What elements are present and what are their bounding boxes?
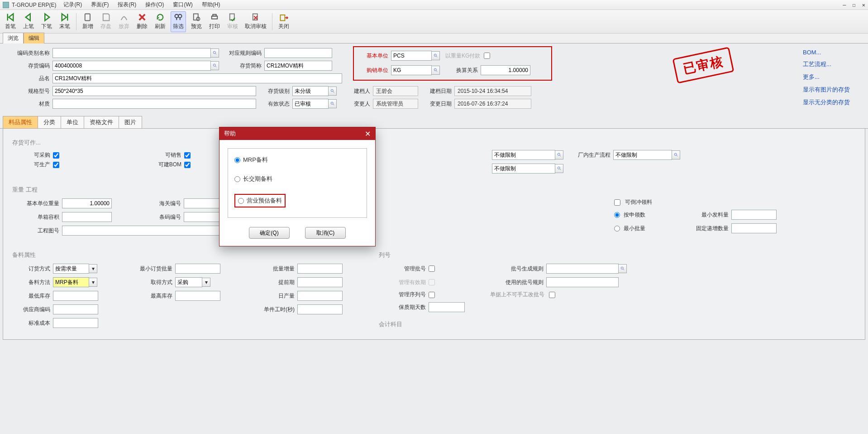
input-max-stock[interactable]	[175, 291, 220, 301]
select-factory-flow[interactable]	[613, 150, 672, 160]
checkbox-can-sell[interactable]	[184, 152, 191, 159]
dialog-close-icon[interactable]: ✕	[365, 130, 371, 138]
tb-first[interactable]: 首笔	[3, 11, 18, 32]
main-scroll-area[interactable]: 编码类别名称 对应规则编码 存货编码 存货简称 品名 规格型号	[0, 43, 868, 434]
tb-preview[interactable]: 预览	[189, 11, 204, 32]
link-show-no-category[interactable]: 显示无分类的存货	[803, 98, 850, 106]
tab-category[interactable]: 分类	[38, 116, 61, 128]
input-code-class[interactable]	[52, 48, 211, 58]
lookup-icon[interactable]	[432, 66, 440, 75]
select-acquire[interactable]	[175, 277, 202, 287]
select-limit-2[interactable]	[492, 164, 555, 174]
tb-print[interactable]: 打印	[207, 11, 222, 32]
tb-audit[interactable]: 审核	[225, 11, 240, 32]
tab-browse[interactable]: 浏览	[3, 33, 24, 43]
tab-unit[interactable]: 单位	[61, 116, 84, 128]
tb-unaudit[interactable]: 取消审核	[243, 11, 268, 32]
tb-delete[interactable]: 删除	[134, 11, 150, 32]
menu-report[interactable]: 报表(R)	[116, 0, 138, 10]
link-bom[interactable]: BOM...	[803, 49, 850, 56]
lookup-icon[interactable]	[432, 51, 440, 60]
select-stock-method[interactable]	[53, 277, 89, 287]
checkbox-reverse-pick[interactable]	[614, 199, 620, 206]
radio-by-request[interactable]	[614, 212, 620, 218]
tb-close[interactable]: 关闭	[276, 11, 291, 32]
input-supplier[interactable]	[53, 304, 98, 314]
input-material[interactable]	[52, 99, 256, 109]
tb-save[interactable]: 存盘	[98, 11, 114, 32]
dialog-cancel-button[interactable]: 取消(C)	[305, 227, 346, 239]
input-batch-inc[interactable]	[297, 264, 343, 274]
checkbox-can-bom[interactable]	[184, 162, 191, 168]
menu-help[interactable]: 帮助(H)	[200, 0, 222, 10]
input-lead-time[interactable]	[297, 277, 343, 287]
link-show-with-image[interactable]: 显示有图片的存货	[803, 86, 850, 94]
tb-refresh[interactable]: 刷新	[153, 11, 168, 32]
checkbox-manage-lot[interactable]	[429, 265, 435, 272]
checkbox-can-produce[interactable]	[53, 162, 59, 168]
tb-new[interactable]: 新增	[80, 11, 95, 32]
checkbox-can-purchase[interactable]	[53, 152, 59, 159]
input-name[interactable]	[52, 73, 342, 83]
select-limit-1[interactable]	[492, 150, 555, 160]
input-unit-time[interactable]	[297, 304, 343, 314]
input-stock-code[interactable]	[52, 61, 211, 71]
menu-ui[interactable]: 界面(F)	[89, 0, 110, 10]
tab-edit[interactable]: 编辑	[24, 33, 44, 43]
tb-filter[interactable]: 筛选	[171, 11, 186, 32]
lookup-icon[interactable]	[555, 164, 563, 173]
input-min-issue[interactable]	[731, 210, 777, 220]
link-process[interactable]: 工艺流程...	[803, 60, 850, 68]
window-close-icon[interactable]: ✕	[862, 2, 865, 8]
input-used-lot-rule[interactable]	[546, 277, 619, 287]
select-stock-level[interactable]	[292, 86, 329, 96]
radio-min-batch[interactable]	[614, 226, 620, 231]
input-base-unit[interactable]	[391, 51, 432, 61]
lookup-icon[interactable]	[619, 264, 627, 273]
lookup-icon[interactable]	[211, 61, 219, 70]
tab-cert[interactable]: 资格文件	[84, 116, 119, 128]
radio-sales-forecast[interactable]: 营业预估备料	[234, 194, 286, 207]
dropdown-icon[interactable]	[329, 87, 337, 96]
link-more[interactable]: 更多...	[803, 73, 850, 81]
input-daily-out[interactable]	[297, 291, 343, 301]
radio-long-lead-input[interactable]	[234, 176, 240, 182]
select-order-way[interactable]	[53, 264, 89, 274]
input-base-weight[interactable]	[62, 198, 112, 208]
tb-next[interactable]: 下笔	[39, 11, 54, 32]
dropdown-icon[interactable]	[329, 99, 337, 108]
dropdown-icon[interactable]: ▾	[202, 278, 210, 287]
lookup-icon[interactable]	[211, 48, 219, 58]
input-stock-short[interactable]	[264, 61, 332, 71]
input-rule-code[interactable]	[264, 48, 332, 58]
input-min-stock[interactable]	[53, 291, 98, 301]
input-std-cost[interactable]	[53, 318, 98, 328]
checkbox-manage-serial[interactable]	[429, 292, 435, 298]
input-min-order[interactable]	[175, 264, 220, 274]
input-ratio[interactable]	[481, 65, 530, 75]
tb-last[interactable]: 末笔	[57, 11, 72, 32]
select-lot-rule[interactable]	[546, 264, 619, 274]
radio-mrp[interactable]: MRP备料	[234, 156, 360, 164]
window-minimize-icon[interactable]: —	[843, 2, 846, 8]
lookup-icon[interactable]	[555, 150, 563, 159]
radio-sales-forecast-input[interactable]	[238, 198, 244, 204]
input-spec[interactable]	[52, 86, 256, 96]
dropdown-icon[interactable]: ▾	[89, 264, 97, 273]
dialog-ok-button[interactable]: 确定(Q)	[249, 227, 290, 239]
checkbox-pay-weight[interactable]	[484, 53, 490, 59]
select-status[interactable]	[292, 99, 329, 109]
input-sales-unit[interactable]	[391, 65, 432, 75]
checkbox-no-manual-lot[interactable]	[549, 292, 555, 298]
radio-long-lead[interactable]: 长交期备料	[234, 175, 360, 183]
menu-window[interactable]: 窗口(W)	[171, 0, 194, 10]
tb-abandon[interactable]: 放弃	[116, 11, 132, 32]
input-box-cap[interactable]	[62, 212, 112, 222]
tab-item-attr[interactable]: 料品属性	[3, 116, 38, 128]
menu-action[interactable]: 操作(O)	[143, 0, 166, 10]
input-shelf-days[interactable]	[429, 302, 465, 312]
input-fixed-inc[interactable]	[731, 223, 777, 233]
tab-image[interactable]: 图片	[119, 116, 142, 128]
window-restore-icon[interactable]: ☐	[853, 2, 856, 8]
radio-mrp-input[interactable]	[234, 157, 240, 163]
